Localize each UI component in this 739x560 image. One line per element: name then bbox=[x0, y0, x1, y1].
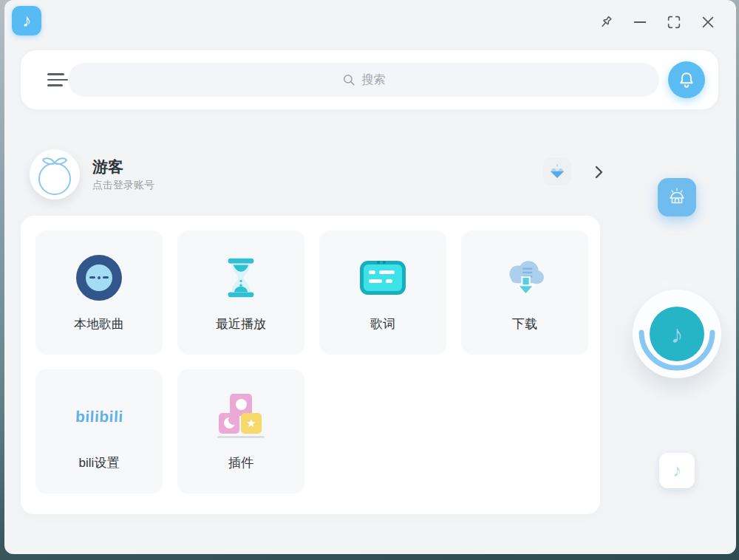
maximize-button[interactable] bbox=[664, 12, 684, 33]
bell-icon bbox=[677, 70, 696, 89]
cloud-download-icon bbox=[500, 253, 549, 302]
search-placeholder: 搜索 bbox=[362, 72, 386, 88]
card-lyrics[interactable]: 歌词 bbox=[319, 231, 446, 355]
search-icon bbox=[342, 73, 356, 87]
app-logo-icon: ♪ bbox=[12, 6, 41, 35]
logo-note-glyph: ♪ bbox=[22, 10, 31, 31]
close-icon bbox=[700, 14, 716, 30]
app-window: ♪ bbox=[4, 0, 736, 554]
shortcut-grid: 本地歌曲 最近播放 bbox=[21, 216, 600, 514]
maximize-icon bbox=[666, 14, 682, 30]
card-label: 本地歌曲 bbox=[74, 315, 124, 332]
card-label: 最近播放 bbox=[216, 315, 266, 332]
notification-button[interactable] bbox=[668, 61, 705, 98]
card-bili-settings[interactable]: bilibili bili设置 bbox=[35, 369, 163, 494]
hut-icon bbox=[665, 185, 689, 209]
home-floating-button[interactable] bbox=[658, 178, 696, 216]
card-label: 插件 bbox=[228, 454, 253, 471]
user-name: 游客 bbox=[92, 157, 123, 177]
login-hint[interactable]: 点击登录账号 bbox=[92, 179, 154, 192]
music-note-icon: ♪ bbox=[671, 320, 684, 349]
play-core: ♪ bbox=[650, 307, 704, 361]
card-recent-played[interactable]: 最近播放 bbox=[177, 231, 304, 355]
diamond-icon bbox=[548, 163, 566, 180]
clef-icon: ♪ bbox=[672, 460, 681, 481]
chevron-right-icon bbox=[590, 163, 607, 181]
lyrics-icon bbox=[360, 253, 406, 302]
search-panel: 搜索 bbox=[21, 50, 718, 109]
card-download[interactable]: 下载 bbox=[461, 231, 588, 355]
card-label: 歌词 bbox=[370, 315, 395, 332]
plugin-blocks-icon: ★ bbox=[217, 392, 265, 441]
menu-button[interactable] bbox=[47, 69, 68, 90]
card-label: bili设置 bbox=[79, 454, 120, 471]
fruit-avatar-icon bbox=[30, 150, 79, 199]
minimize-button[interactable] bbox=[630, 12, 650, 33]
bilibili-logo: bilibili bbox=[75, 392, 123, 441]
window-controls bbox=[596, 12, 718, 33]
card-label: 下载 bbox=[512, 315, 537, 332]
pin-icon bbox=[598, 14, 614, 30]
vip-badge[interactable] bbox=[543, 157, 571, 185]
card-local-songs[interactable]: 本地歌曲 bbox=[35, 231, 163, 355]
mini-player-button[interactable]: ♪ bbox=[659, 453, 695, 488]
star-glyph: ★ bbox=[246, 417, 256, 428]
avatar[interactable] bbox=[30, 149, 80, 199]
search-input[interactable]: 搜索 bbox=[68, 63, 659, 97]
local-songs-icon bbox=[76, 253, 122, 302]
hourglass-icon bbox=[218, 253, 264, 302]
card-plugins[interactable]: ★ 插件 bbox=[177, 369, 304, 494]
close-button[interactable] bbox=[698, 12, 718, 33]
play-floating-button[interactable]: ♪ bbox=[633, 290, 721, 378]
minimize-icon bbox=[632, 14, 648, 30]
pin-button[interactable] bbox=[596, 12, 616, 33]
expand-account-button[interactable] bbox=[590, 163, 607, 181]
